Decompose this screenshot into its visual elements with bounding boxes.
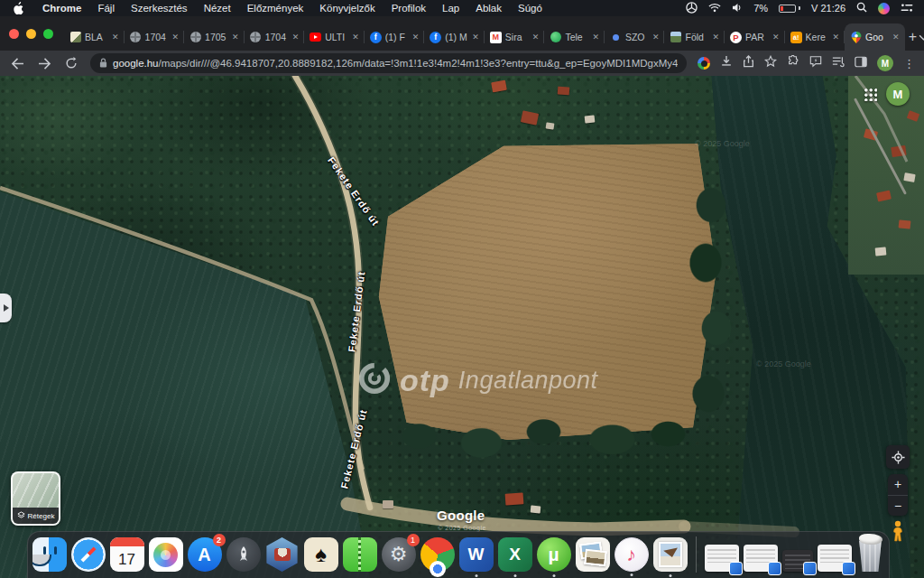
tab-close-icon[interactable]: ✕ — [472, 33, 479, 42]
fullscreen-window-button[interactable] — [43, 29, 53, 39]
menu-elozmenyek[interactable]: Előzmények — [239, 3, 312, 14]
menu-ablak[interactable]: Ablak — [467, 3, 510, 14]
tab-close-icon[interactable]: ✕ — [652, 33, 660, 42]
dock-launchpad-icon[interactable] — [226, 537, 261, 572]
download-icon[interactable] — [720, 55, 733, 71]
spotlight-icon[interactable] — [856, 2, 867, 14]
tab-tele[interactable]: Tele ✕ — [544, 23, 605, 51]
menu-fajl[interactable]: Fájl — [89, 3, 123, 14]
my-location-button[interactable] — [886, 445, 910, 469]
dock-excel-icon[interactable]: X — [498, 537, 532, 572]
tab-1705[interactable]: 1705 ✕ — [184, 23, 245, 51]
tab-close-icon[interactable]: ✕ — [532, 33, 540, 42]
dock-finder-icon[interactable] — [32, 537, 67, 572]
house-roof — [546, 122, 555, 129]
dock-calendar-icon[interactable]: 17 — [110, 537, 144, 572]
dock-spades-game-icon[interactable]: ♠ — [304, 537, 338, 572]
tab-close-icon[interactable]: ✕ — [592, 33, 599, 42]
menu-lap[interactable]: Lap — [434, 3, 467, 14]
tab-facebook-1[interactable]: f (1) F ✕ — [365, 23, 425, 51]
minimized-window-1[interactable] — [705, 545, 739, 572]
tab-search-chevron-icon[interactable] — [919, 23, 924, 51]
volume-icon[interactable] — [732, 3, 743, 14]
layers-button[interactable]: Rétegek — [11, 471, 60, 526]
map-canvas[interactable]: Fekete Erdő út Fekete Erdő út Fekete Erd… — [0, 76, 924, 578]
menu-sugo[interactable]: Súgó — [510, 3, 550, 14]
dock-itunes-icon[interactable]: ♪ — [614, 537, 649, 572]
share-icon[interactable] — [743, 55, 754, 71]
layers-strip: Rétegek — [13, 508, 59, 524]
tab-youtube[interactable]: ULTI ✕ — [304, 23, 365, 51]
control-center-icon[interactable] — [901, 3, 913, 14]
google-account-avatar[interactable]: M — [886, 82, 910, 106]
tab-close-icon[interactable]: ✕ — [112, 33, 119, 42]
tab-par[interactable]: P PAR ✕ — [725, 23, 785, 51]
siri-icon[interactable] — [878, 3, 890, 14]
minimized-window-2[interactable] — [744, 545, 778, 572]
minimized-window-3[interactable] — [782, 550, 813, 572]
reload-button[interactable] — [63, 55, 79, 71]
dock-word-icon[interactable]: W — [459, 537, 494, 572]
forward-button[interactable] — [36, 55, 52, 71]
apple-menu-icon[interactable] — [13, 2, 23, 14]
dock-photos-icon[interactable] — [149, 537, 183, 572]
tab-1704-b[interactable]: 1704 ✕ — [245, 23, 305, 51]
tab-bla[interactable]: BLA ✕ — [64, 23, 125, 51]
minimized-window-4[interactable] — [818, 545, 852, 572]
dock-boardgame-icon[interactable] — [265, 537, 300, 572]
menu-szerkesztes[interactable]: Szerkesztés — [123, 3, 196, 14]
google-apps-grid-icon[interactable] — [864, 88, 877, 101]
dock-safari-icon[interactable] — [71, 537, 106, 572]
tab-1704-a[interactable]: 1704 ✕ — [125, 23, 185, 51]
wifi-icon[interactable] — [708, 3, 721, 14]
dock-chrome-icon[interactable] — [420, 537, 455, 572]
minimize-window-button[interactable] — [26, 29, 36, 39]
tab-gmail[interactable]: M Sira ✕ — [485, 23, 545, 51]
tab-szo[interactable]: SZO ✕ — [605, 23, 665, 51]
back-button[interactable] — [9, 55, 25, 71]
battery-icon[interactable] — [779, 5, 800, 13]
side-panel-expand-button[interactable] — [0, 294, 12, 322]
menu-konyvjelzok[interactable]: Könyvjelzők — [311, 3, 383, 14]
google-g-icon[interactable] — [698, 57, 710, 70]
tab-close-icon[interactable]: ✕ — [772, 33, 780, 42]
dock-settings-icon[interactable]: ⚙1 — [382, 537, 416, 572]
chrome-menu-icon[interactable]: ⋮ — [903, 57, 915, 70]
zoom-out-button[interactable]: − — [888, 496, 908, 517]
tab-close-icon[interactable]: ✕ — [352, 33, 359, 42]
extension-chat-icon[interactable] — [809, 55, 822, 71]
dock-mail-icon[interactable] — [653, 537, 688, 572]
pegman-icon[interactable] — [890, 520, 906, 544]
profile-avatar[interactable]: M — [877, 55, 893, 71]
tab-close-icon[interactable]: ✕ — [412, 33, 420, 42]
extensions-puzzle-icon[interactable] — [787, 55, 799, 71]
bookmark-star-icon[interactable] — [764, 55, 777, 71]
new-tab-button[interactable]: + — [909, 25, 917, 49]
tab-close-icon[interactable]: ✕ — [712, 33, 719, 42]
tab-close-icon[interactable]: ✕ — [892, 33, 900, 42]
tab-kere[interactable]: á! Kere ✕ — [785, 23, 845, 51]
tab-close-icon[interactable]: ✕ — [172, 33, 180, 42]
menubar-clock[interactable]: V 21:26 — [811, 3, 845, 14]
dock-appstore-icon[interactable]: A2 — [188, 537, 222, 572]
menu-nezet[interactable]: Nézet — [196, 3, 239, 14]
tab-fold[interactable]: Föld ✕ — [664, 23, 725, 51]
side-panel-icon[interactable] — [855, 55, 867, 71]
dock-preview-icon[interactable] — [576, 537, 610, 572]
close-window-button[interactable] — [9, 29, 19, 39]
app-status-icon[interactable] — [686, 2, 698, 15]
dock-utorrent-icon[interactable]: µ — [537, 537, 571, 572]
tab-close-icon[interactable]: ✕ — [292, 33, 300, 42]
tab-close-icon[interactable]: ✕ — [833, 33, 840, 42]
menu-profilok[interactable]: Profilok — [383, 3, 434, 14]
tab-facebook-2[interactable]: f (1) M ✕ — [424, 23, 485, 51]
zoom-in-button[interactable]: + — [888, 474, 908, 496]
dock-unarchiver-icon[interactable] — [343, 537, 377, 572]
tab-close-icon[interactable]: ✕ — [232, 33, 239, 42]
dock-trash-icon[interactable] — [856, 536, 885, 572]
house-roof — [505, 492, 524, 505]
menubar-app-name[interactable]: Chrome — [34, 3, 89, 14]
address-bar[interactable]: google.hu/maps/dir///@46.9418707,20.8889… — [90, 53, 687, 73]
tab-google-maps[interactable]: Goo ✕ — [845, 23, 905, 51]
reading-list-icon[interactable] — [832, 55, 845, 71]
